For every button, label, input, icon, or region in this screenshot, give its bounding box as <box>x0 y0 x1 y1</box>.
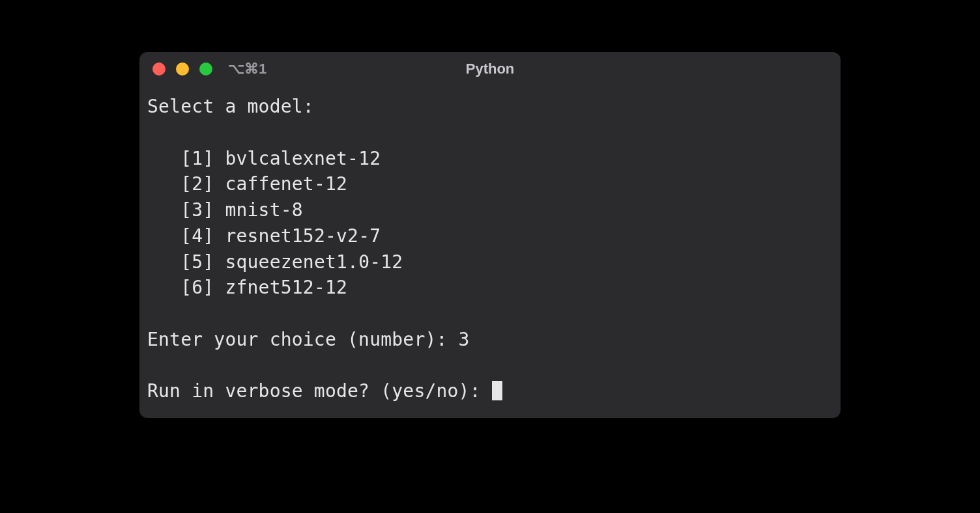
option-index: [6] <box>180 277 214 298</box>
option-name: bvlcalexnet-12 <box>225 148 381 169</box>
titlebar[interactable]: ⌥⌘1 Python <box>139 52 841 86</box>
option-name: mnist-8 <box>225 199 302 221</box>
window-title: Python <box>466 61 515 77</box>
option-index: [4] <box>180 225 214 247</box>
model-option: [4] resnet152-v2-7 <box>180 225 381 247</box>
model-option: [5] squeezenet1.0-12 <box>180 251 403 273</box>
terminal-body[interactable]: Select a model: [1] bvlcalexnet-12 [2] c… <box>139 86 841 404</box>
option-name: resnet152-v2-7 <box>225 225 381 247</box>
shortcut-label: ⌥⌘1 <box>228 61 267 77</box>
model-option: [1] bvlcalexnet-12 <box>180 148 381 169</box>
verbose-prompt: Run in verbose mode? (yes/no): <box>147 380 492 402</box>
option-name: squeezenet1.0-12 <box>225 251 403 273</box>
maximize-icon[interactable] <box>199 62 212 76</box>
cursor-icon <box>492 381 502 400</box>
model-option: [6] zfnet512-12 <box>180 277 347 298</box>
option-index: [3] <box>180 199 214 221</box>
choice-value: 3 <box>459 329 470 350</box>
terminal-window: ⌥⌘1 Python Select a model: [1] bvlcalexn… <box>139 52 841 418</box>
minimize-icon[interactable] <box>176 62 189 76</box>
model-option: [2] caffenet-12 <box>180 173 347 195</box>
model-option: [3] mnist-8 <box>180 199 303 221</box>
close-icon[interactable] <box>152 62 166 76</box>
option-index: [1] <box>180 148 214 169</box>
option-index: [5] <box>180 251 214 273</box>
option-index: [2] <box>180 173 214 195</box>
traffic-lights <box>152 62 212 76</box>
choice-prompt: Enter your choice (number): <box>147 329 459 350</box>
option-name: caffenet-12 <box>225 173 347 195</box>
select-model-header: Select a model: <box>147 96 314 117</box>
option-name: zfnet512-12 <box>225 277 347 298</box>
